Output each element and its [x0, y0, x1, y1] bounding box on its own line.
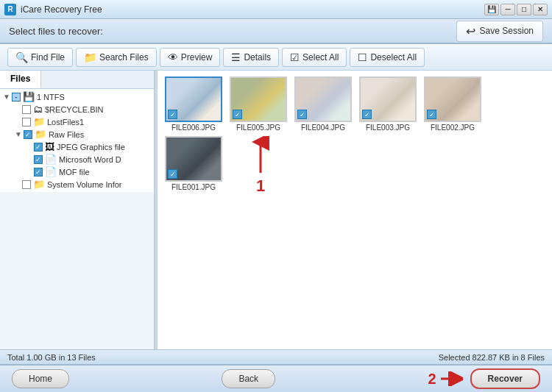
tree-item-lostfiles[interactable]: 📁 LostFiles1 [0, 115, 154, 128]
details-button[interactable]: ☰ Details [223, 48, 279, 67]
checkbox-rawfiles[interactable] [24, 130, 32, 139]
image-icon: 🖼 [45, 141, 54, 152]
preview-button[interactable]: 👁 Preview [160, 48, 221, 67]
thumbnail-file005[interactable]: FILE005.JPG [228, 76, 289, 132]
home-label: Home [29, 374, 52, 384]
select-all-icon: ☑ [290, 51, 300, 63]
arrow-up-icon [250, 136, 271, 177]
lostfiles-label: LostFiles1 [47, 118, 84, 126]
checkbox-sysvolume[interactable] [22, 180, 31, 189]
thumb-checkbox-002[interactable] [427, 110, 436, 119]
titlebar-controls[interactable]: 💾 ─ □ ✕ [484, 4, 548, 15]
recover-label: Recover [488, 374, 523, 384]
thumbnail-img-file004 [294, 76, 352, 122]
select-all-button[interactable]: ☑ Select All [282, 48, 347, 67]
preview-label: Preview [181, 52, 213, 63]
expand-raw-icon[interactable]: ▼ [15, 130, 22, 138]
thumb-checkbox-006[interactable] [168, 110, 177, 119]
checkbox-jpeg[interactable] [34, 143, 43, 152]
tree-item-mof[interactable]: 📄 MOF file [0, 165, 154, 178]
thumb-checkbox-003[interactable] [362, 110, 372, 119]
minimize-btn[interactable]: ─ [500, 4, 515, 15]
thumb-label-001: FILE001.JPG [171, 183, 216, 191]
tree-item-recycle[interactable]: 🗂 $RECYCLE.BIN [0, 103, 154, 115]
rawfiles-label: Raw Files [49, 130, 84, 139]
thumbnail-img-file003 [359, 76, 417, 122]
maximize-btn[interactable]: □ [517, 4, 531, 15]
bottom-bar: Home Back 2 Recover [0, 364, 552, 392]
deselect-all-button[interactable]: ☐ Deselect All [350, 48, 425, 67]
sysvolume-label: System Volume Infor [47, 180, 122, 189]
find-file-label: Find File [31, 52, 65, 63]
thumbnail-file001[interactable]: FILE001.JPG [163, 136, 224, 191]
close-btn[interactable]: ✕ [533, 4, 548, 15]
expand-ntfs-icon[interactable]: ▼ [3, 93, 10, 101]
header-bar: Select files to recover: ↩ Save Session [0, 19, 552, 44]
tree-item-ntfs[interactable]: ▼ 💾 1 NTFS [0, 90, 154, 103]
toolbar: 🔍 Find File 📁 Search Files 👁 Preview ☰ D… [0, 44, 552, 71]
details-label: Details [244, 52, 271, 63]
page-title: Select files to recover: [9, 26, 103, 37]
thumbnail-img-file002 [424, 76, 481, 122]
recycle-label: $RECYCLE.BIN [45, 105, 103, 114]
back-button[interactable]: Back [222, 369, 275, 388]
save-btn[interactable]: 💾 [484, 4, 499, 15]
thumb-checkbox-005[interactable] [233, 110, 242, 119]
select-all-label: Select All [302, 52, 339, 63]
mof-icon: 📄 [45, 166, 57, 177]
status-right: Selected 822.87 KB in 8 Files [439, 353, 545, 362]
save-session-icon: ↩ [466, 24, 475, 38]
thumbnail-img-file001 [165, 136, 222, 182]
annotation-1: 1 [250, 136, 271, 196]
app-title: iCare Recovery Free [21, 4, 102, 15]
thumbnail-file002[interactable]: FILE002.JPG [422, 76, 483, 132]
thumb-checkbox-004[interactable] [297, 110, 307, 119]
tree-item-word[interactable]: 📄 Microsoft Word D [0, 153, 154, 165]
folder-icon: 🗂 [33, 104, 43, 115]
checkbox-recycle[interactable] [22, 105, 31, 114]
recover-button[interactable]: Recover [470, 368, 540, 389]
tree-item-rawfiles[interactable]: ▼ 📁 Raw Files [0, 128, 154, 140]
save-session-button[interactable]: ↩ Save Session [456, 21, 543, 42]
find-file-icon: 🔍 [15, 51, 28, 63]
sysvol-icon: 📁 [33, 179, 45, 190]
word-label: Microsoft Word D [59, 155, 121, 164]
search-files-label: Search Files [99, 52, 149, 63]
search-files-button[interactable]: 📁 Search Files [76, 48, 157, 67]
app-icon: R [4, 4, 16, 15]
thumbnail-file003[interactable]: FILE003.JPG [358, 76, 418, 132]
file-tree: ▼ 💾 1 NTFS 🗂 $RECYCLE.BIN 📁 LostFiles1 [0, 89, 155, 192]
find-file-button[interactable]: 🔍 Find File [7, 48, 73, 67]
annotation-2-label: 2 [428, 371, 436, 388]
annotation-1-label: 1 [256, 177, 265, 196]
thumbnail-file006[interactable]: FILE006.JPG [163, 76, 224, 132]
search-files-icon: 📁 [84, 51, 96, 63]
drive-icon: 💾 [23, 91, 35, 102]
status-left: Total 1.00 GB in 13 Files [7, 353, 96, 362]
thumb-label-004: FILE004.JPG [301, 124, 345, 132]
thumb-label-003: FILE003.JPG [366, 124, 410, 132]
checkbox-lostfiles[interactable] [22, 118, 31, 126]
doc-icon: 📄 [45, 154, 57, 165]
home-button[interactable]: Home [12, 369, 69, 388]
thumbnail-img-file005 [230, 76, 287, 122]
tree-item-jpeg[interactable]: 🖼 JPEG Graphics file [0, 140, 154, 153]
main-content: Files ▼ 💾 1 NTFS 🗂 $RECYCLE.BIN [0, 71, 552, 349]
checkbox-word[interactable] [34, 155, 43, 164]
checkbox-ntfs[interactable] [12, 93, 21, 101]
tabs-bar: Files [0, 71, 154, 89]
titlebar: R iCare Recovery Free 💾 ─ □ ✕ [0, 0, 552, 19]
tree-item-sysvolume[interactable]: 📁 System Volume Infor [0, 178, 154, 190]
thumb-label-006: FILE006.JPG [171, 124, 216, 132]
thumb-label-005: FILE005.JPG [236, 124, 280, 132]
folder-icon-lost: 📁 [33, 116, 45, 127]
thumbnail-file004[interactable]: FILE004.JPG [293, 76, 353, 132]
arrow-right-icon [439, 371, 463, 386]
recover-section: 2 Recover [428, 368, 540, 389]
thumb-checkbox-001[interactable] [168, 169, 177, 179]
status-bar: Total 1.00 GB in 13 Files Selected 822.8… [0, 349, 552, 364]
titlebar-left: R iCare Recovery Free [4, 4, 102, 15]
deselect-all-label: Deselect All [370, 52, 417, 63]
tab-files[interactable]: Files [0, 71, 41, 88]
checkbox-mof[interactable] [34, 168, 43, 177]
